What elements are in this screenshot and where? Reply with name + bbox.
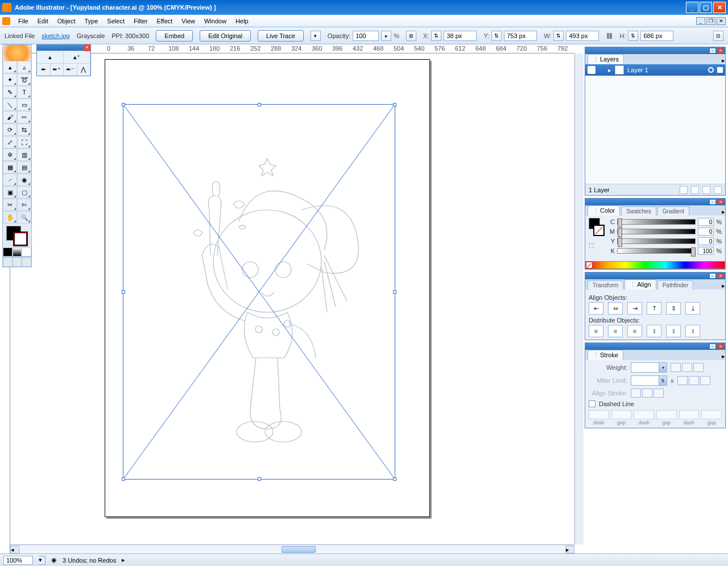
canvas[interactable]	[10, 53, 574, 544]
distribute-top-button[interactable]: ≡	[589, 325, 603, 337]
none-color-icon[interactable]	[586, 262, 593, 268]
join-bevel-button[interactable]	[700, 376, 710, 385]
black-input[interactable]	[698, 247, 714, 255]
status-dropdown[interactable]: ▸	[122, 556, 125, 564]
edit-original-button[interactable]: Edit Original	[200, 30, 251, 42]
new-layer-icon[interactable]	[702, 186, 710, 194]
eyedropper-tool[interactable]: ⟋	[3, 173, 17, 186]
pen-tool[interactable]: ✎	[3, 86, 17, 98]
live-trace-dropdown[interactable]: ▾	[311, 31, 321, 41]
transform-tab[interactable]: Transform	[588, 280, 623, 290]
graph-tool[interactable]: ▥	[17, 148, 31, 161]
dash1-input[interactable]	[589, 410, 609, 419]
menu-window[interactable]: Window	[200, 16, 231, 26]
yellow-slider[interactable]	[617, 238, 696, 244]
gradient-tool[interactable]: ▤	[17, 161, 31, 173]
delete-layer-icon[interactable]	[714, 186, 722, 194]
h-stepper[interactable]: ⇅	[628, 31, 638, 41]
layer-target-icon[interactable]	[708, 67, 714, 73]
screen-mode-standard[interactable]	[3, 257, 13, 267]
ruler-horizontal[interactable]: 0367210814418021625228832436039643246850…	[10, 44, 574, 53]
gap1-input[interactable]	[611, 410, 632, 419]
weight-combo[interactable]: ▾	[631, 362, 667, 373]
layer-row-1[interactable]: ▸ Layer 1	[585, 64, 725, 76]
align-stroke-outside[interactable]	[653, 389, 664, 398]
delete-anchor-tool[interactable]: ✒⁻	[64, 64, 77, 76]
add-anchor-tool[interactable]: ✒⁺	[51, 64, 64, 76]
close-button[interactable]: ✕	[713, 2, 726, 13]
handle-tc[interactable]	[258, 103, 261, 106]
panel-close[interactable]: ×	[717, 273, 724, 279]
scrollbar-horizontal[interactable]: ◂ ▸	[10, 544, 574, 553]
convert-anchor-tool[interactable]: ⋀	[77, 64, 91, 76]
live-paint-selection-tool[interactable]: ▢	[17, 186, 31, 199]
align-stroke-inside[interactable]	[642, 389, 652, 398]
x-stepper[interactable]: ⇅	[431, 31, 441, 41]
stroke-color-swatch[interactable]	[593, 225, 605, 236]
menu-object[interactable]: Object	[53, 16, 80, 26]
cyan-slider[interactable]	[617, 219, 696, 225]
scroll-left-button[interactable]: ◂	[10, 546, 19, 553]
handle-br[interactable]	[393, 477, 396, 481]
embed-button[interactable]: Embed	[156, 30, 193, 42]
panel-minimize[interactable]: –	[709, 344, 716, 349]
lasso-tool[interactable]: ➰	[17, 73, 31, 86]
y-stepper[interactable]: ⇅	[491, 31, 502, 41]
menu-filter[interactable]: Filter	[129, 16, 152, 26]
scrollbar-vertical[interactable]	[574, 53, 584, 544]
scale-tool[interactable]: ⤢	[3, 136, 17, 148]
align-stroke-center[interactable]	[631, 389, 641, 398]
align-left-button[interactable]: ⇤	[589, 302, 603, 315]
screen-mode-full[interactable]	[22, 257, 31, 267]
magenta-slider[interactable]	[617, 229, 696, 234]
cap-butt-button[interactable]	[671, 363, 681, 372]
doc-restore-button[interactable]: ❐	[706, 17, 715, 25]
layer-visibility-icon[interactable]	[588, 66, 595, 74]
gap3-input[interactable]	[701, 410, 722, 419]
rectangle-tool[interactable]: ▭	[17, 98, 31, 111]
handle-ml[interactable]	[122, 290, 125, 294]
blend-tool[interactable]: ◉	[17, 173, 31, 186]
distribute-bottom-button[interactable]: ≡	[627, 325, 642, 337]
handle-bc[interactable]	[258, 477, 261, 481]
selection-box[interactable]	[123, 104, 395, 480]
panel-menu-icon[interactable]: ▸	[722, 57, 725, 64]
nav-icon[interactable]: ◉	[51, 556, 57, 564]
zoom-input[interactable]: 100%	[3, 556, 33, 565]
opacity-input[interactable]	[353, 31, 379, 41]
gap2-input[interactable]	[656, 410, 677, 419]
slice-tool[interactable]: ✂	[3, 199, 17, 211]
menu-help[interactable]: Help	[231, 16, 253, 26]
panel-minimize[interactable]: –	[709, 273, 716, 279]
opacity-dropdown[interactable]: ▸	[381, 31, 391, 41]
distribute-vcenter-button[interactable]: ≡	[608, 325, 623, 337]
w-stepper[interactable]: ⇅	[553, 31, 564, 41]
stroke-tab[interactable]: Stroke	[588, 350, 623, 360]
panel-minimize[interactable]: –	[709, 199, 716, 205]
align-right-button[interactable]: ⇥	[627, 302, 642, 315]
layers-tab[interactable]: Layers	[588, 54, 624, 64]
doc-close-button[interactable]: ✕	[717, 17, 726, 25]
stroke-swatch[interactable]	[13, 232, 28, 246]
zoom-dropdown[interactable]: ▾	[39, 556, 46, 565]
live-paint-tool[interactable]: ▣	[3, 186, 17, 199]
distribute-hcenter-button[interactable]: ⦀	[666, 325, 681, 337]
doc-minimize-button[interactable]: _	[696, 17, 705, 25]
create-sublayer-icon[interactable]	[691, 186, 699, 194]
panel-menu-icon[interactable]: ▸	[722, 282, 725, 290]
panel-minimize[interactable]: –	[709, 48, 716, 53]
align-top-button[interactable]: ⤒	[647, 302, 661, 315]
color-spectrum[interactable]	[585, 261, 725, 269]
align-vcenter-button[interactable]: ⇕	[666, 302, 681, 315]
handle-tl[interactable]	[122, 103, 125, 106]
dashed-line-checkbox[interactable]	[589, 400, 595, 407]
join-round-button[interactable]	[689, 376, 699, 385]
magic-wand-tool[interactable]: ✦	[3, 73, 17, 86]
free-transform-tool[interactable]: ⛶	[17, 136, 31, 148]
scroll-h-thumb[interactable]	[282, 546, 316, 553]
gradient-mode-button[interactable]	[13, 247, 22, 257]
layer-expand-icon[interactable]: ▸	[608, 67, 611, 74]
linked-file-name[interactable]: sketch.jpg	[42, 32, 70, 39]
join-miter-button[interactable]	[677, 376, 688, 385]
selection-tool[interactable]: ▴	[3, 61, 17, 73]
